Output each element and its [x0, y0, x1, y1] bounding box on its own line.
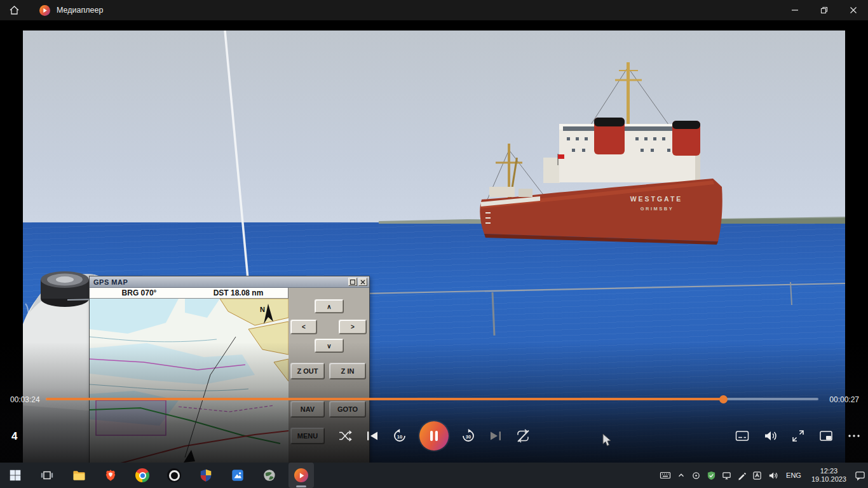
media-player-icon	[294, 468, 308, 482]
chrome-icon	[135, 468, 149, 482]
media-player-taskbar-button[interactable]	[288, 463, 314, 488]
gps-titlebar: GPS MAP	[90, 276, 369, 288]
subtitles-button[interactable]	[735, 428, 750, 444]
sync-icon	[691, 471, 701, 480]
svg-text:10: 10	[397, 434, 402, 440]
rewind-10-button[interactable]: 10	[392, 428, 407, 444]
globe-game-button[interactable]	[257, 463, 282, 488]
player-controls: 00:03:24 00:00:27 4	[0, 342, 868, 463]
restore-icon	[820, 6, 828, 14]
ship-port-text: GRIMSBY	[641, 206, 674, 212]
maximize-button[interactable]	[810, 0, 839, 20]
gps-bearing: BRG 070°	[90, 288, 189, 297]
ship-hull	[480, 179, 722, 241]
close-icon	[850, 6, 857, 14]
ime-icon	[752, 471, 762, 480]
forward-30-button[interactable]: 30	[461, 428, 476, 444]
globe-game-icon	[262, 468, 276, 482]
app-window: Медиаплеер	[0, 0, 868, 488]
gps-left-button: <	[290, 320, 317, 334]
home-button[interactable]	[3, 0, 25, 20]
task-view-button[interactable]	[34, 463, 60, 488]
home-icon	[9, 5, 20, 15]
svg-text:N: N	[260, 306, 265, 313]
tray-ime-button[interactable]	[752, 463, 762, 488]
more-options-button[interactable]	[846, 428, 862, 444]
notification-bubble-icon	[855, 470, 865, 481]
track-number-overlay: 4	[11, 430, 17, 443]
more-options-icon	[846, 428, 862, 444]
remaining-time: 00:00:27	[829, 395, 859, 404]
previous-icon	[365, 428, 380, 444]
titlebar: Медиаплеер	[0, 0, 868, 20]
repeat-off-button[interactable]	[515, 428, 531, 444]
tray-sync-button[interactable]	[691, 463, 701, 488]
pause-button[interactable]	[419, 421, 449, 451]
tray-pen-button[interactable]	[737, 463, 747, 488]
seek-bar-fill	[46, 398, 723, 400]
repeat-off-icon	[515, 428, 531, 444]
fullscreen-button[interactable]	[790, 428, 806, 444]
blue-app-button[interactable]	[225, 463, 250, 488]
seek-bar[interactable]	[46, 398, 818, 400]
video-stage: WESTGATE GRIMSBY	[0, 20, 868, 463]
clock-time: 12:23	[811, 467, 846, 475]
blue-app-icon	[231, 468, 245, 482]
rewind-10-icon: 10	[392, 428, 407, 444]
ship-name-text: WESTGATE	[630, 195, 683, 203]
ship-deckhouse	[543, 158, 560, 183]
minimize-icon	[791, 6, 799, 14]
chevron-up-icon	[677, 471, 686, 480]
display-icon	[722, 471, 731, 480]
shuffle-icon	[337, 428, 353, 444]
game-crest-button[interactable]	[193, 463, 219, 488]
hidden-icons-button[interactable]	[677, 463, 686, 488]
brave-browser-button[interactable]	[98, 463, 123, 488]
language-indicator[interactable]: ENG	[784, 463, 803, 488]
gps-close-button	[358, 278, 367, 286]
tray-security-button[interactable]	[707, 463, 716, 488]
brave-icon	[104, 468, 118, 482]
gps-title: GPS MAP	[93, 278, 347, 286]
gps-up-button: ∧	[315, 299, 344, 313]
taskbar: ENG 12:23 19.10.2023	[0, 463, 868, 488]
chrome-browser-button[interactable]	[130, 463, 155, 488]
volume-icon	[763, 428, 778, 444]
gps-distance: DST 18.08 nm	[189, 288, 288, 297]
notifications-button[interactable]	[855, 463, 865, 488]
ring-app-icon	[167, 468, 181, 482]
ship-mainmast	[627, 62, 630, 126]
ring-app-button[interactable]	[161, 463, 187, 488]
touch-keyboard-icon	[660, 470, 671, 481]
clock[interactable]: 12:23 19.10.2023	[809, 463, 849, 488]
tray-volume-button[interactable]	[768, 463, 778, 488]
file-explorer-icon	[72, 468, 86, 483]
gps-right-button: >	[339, 320, 367, 334]
next-button[interactable]	[488, 428, 503, 444]
gps-info-bar: BRG 070° DST 18.08 nm	[90, 288, 288, 299]
minimize-button[interactable]	[780, 0, 810, 20]
pause-icon	[419, 421, 449, 451]
touch-keyboard-button[interactable]	[660, 463, 671, 488]
speaker-icon	[768, 470, 778, 481]
crest-game-icon	[199, 468, 213, 482]
shuffle-button[interactable]	[337, 428, 353, 444]
miniplayer-icon	[818, 428, 834, 444]
elapsed-time: 00:03:24	[10, 395, 40, 404]
mouse-cursor	[602, 433, 613, 447]
media-player-logo-icon	[39, 5, 50, 16]
seek-handle[interactable]	[719, 395, 728, 403]
fullscreen-icon	[790, 428, 806, 444]
shield-icon	[707, 471, 716, 480]
close-button[interactable]	[839, 0, 868, 20]
next-icon	[488, 428, 503, 444]
previous-button[interactable]	[365, 428, 380, 444]
miniplayer-button[interactable]	[818, 428, 834, 444]
volume-button[interactable]	[763, 428, 778, 444]
file-explorer-button[interactable]	[66, 463, 92, 488]
ship-bridge-windows	[563, 126, 688, 131]
subtitles-icon	[735, 428, 750, 444]
tray-display-button[interactable]	[722, 463, 731, 488]
ship-flag	[558, 154, 564, 159]
start-button[interactable]	[3, 463, 28, 488]
